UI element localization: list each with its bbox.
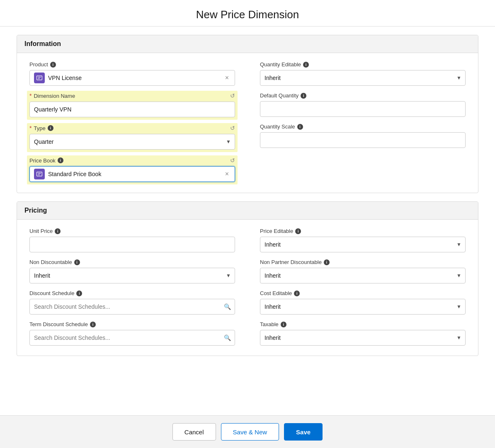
non-discountable-select[interactable]: Inherit Yes No xyxy=(29,268,235,283)
product-info-icon: i xyxy=(50,62,56,68)
cost-editable-select-wrapper: Inherit Yes No ▼ xyxy=(260,299,466,315)
quantity-scale-label: Quantity Scale xyxy=(260,124,295,130)
unit-price-label-row: Unit Price i xyxy=(29,228,235,234)
product-label: Product xyxy=(29,61,48,68)
price-book-field-group: Price Book i ↺ xyxy=(29,157,235,182)
cost-editable-info-icon: i xyxy=(294,291,300,296)
default-quantity-label-row: Default Quantity i xyxy=(260,92,466,99)
unit-price-label: Unit Price xyxy=(29,228,53,234)
quantity-editable-field-group: Quantity Editable i Inherit Yes No ▼ xyxy=(260,61,466,86)
svg-rect-0 xyxy=(37,76,42,80)
price-book-label: Price Book xyxy=(29,157,56,164)
non-partner-discountable-select-wrapper: Inherit Yes No ▼ xyxy=(260,268,466,283)
pricing-section-body: Unit Price i Non Discountable i Inherit xyxy=(17,220,478,356)
price-book-reset-icon[interactable]: ↺ xyxy=(230,157,235,164)
quantity-editable-label: Quantity Editable xyxy=(260,61,301,68)
pricing-right-col: Price Editable i Inherit Yes No ▼ xyxy=(260,228,466,346)
cancel-button[interactable]: Cancel xyxy=(172,423,216,441)
price-book-label-row: Price Book i ↺ xyxy=(29,157,235,164)
price-book-info-icon: i xyxy=(58,157,63,163)
non-discountable-info-icon: i xyxy=(74,259,80,265)
price-editable-field-group: Price Editable i Inherit Yes No ▼ xyxy=(260,228,466,252)
quantity-scale-info-icon: i xyxy=(297,124,303,130)
term-discount-schedule-label: Term Discount Schedule xyxy=(29,321,88,327)
non-discountable-label: Non Discountable xyxy=(29,259,72,265)
default-quantity-input[interactable] xyxy=(260,101,466,117)
price-editable-select[interactable]: Inherit Yes No xyxy=(260,237,466,252)
quantity-editable-label-row: Quantity Editable i xyxy=(260,61,466,68)
information-section-header: Information xyxy=(17,35,478,53)
quantity-scale-label-row: Quantity Scale i xyxy=(260,124,466,130)
non-partner-discountable-select[interactable]: Inherit Yes No xyxy=(260,268,466,283)
type-label: Type xyxy=(34,125,45,131)
product-lookup-icon xyxy=(34,73,45,83)
product-lookup-value: VPN License xyxy=(48,75,223,81)
type-label-row: * Type i ↺ xyxy=(29,125,235,131)
quantity-editable-select-wrapper: Inherit Yes No ▼ xyxy=(260,70,466,86)
default-quantity-field-group: Default Quantity i xyxy=(260,92,466,117)
non-partner-discountable-label-row: Non Partner Discountable i xyxy=(260,259,466,265)
non-partner-discountable-field-group: Non Partner Discountable i Inherit Yes N… xyxy=(260,259,466,283)
type-required-star: * xyxy=(29,125,32,131)
information-left-col: Product i VPN License × xyxy=(29,61,235,183)
discount-schedule-label-row: Discount Schedule i xyxy=(29,290,235,296)
pricing-section-header: Pricing xyxy=(17,202,478,220)
price-book-lookup-icon xyxy=(34,169,45,179)
price-book-lookup-value: Standard Price Book xyxy=(48,171,223,177)
discount-schedule-field-group: Discount Schedule i 🔍 xyxy=(29,290,235,315)
page-header: New Price Dimension xyxy=(0,0,495,27)
product-label-row: Product i xyxy=(29,61,235,68)
dimension-name-highlighted: * Dimension Name ↺ xyxy=(27,91,238,120)
page-content: Information Product i xyxy=(0,27,495,415)
type-field-group: * Type i ↺ Quarter Month Year Week xyxy=(29,125,235,150)
type-info-icon: i xyxy=(48,125,53,131)
taxable-label: Taxable xyxy=(260,321,279,327)
non-discountable-select-wrapper: Inherit Yes No ▼ xyxy=(29,268,235,283)
term-discount-schedule-search-input[interactable] xyxy=(29,330,235,346)
quantity-editable-info-icon: i xyxy=(303,62,309,68)
quantity-scale-input[interactable] xyxy=(260,132,466,148)
price-book-clear-icon[interactable]: × xyxy=(223,170,231,178)
dimension-name-reset-icon[interactable]: ↺ xyxy=(230,92,235,99)
price-book-lookup[interactable]: Standard Price Book × xyxy=(29,166,235,182)
dimension-name-required-star: * xyxy=(29,92,32,99)
taxable-field-group: Taxable i Inherit Yes No ▼ xyxy=(260,321,466,346)
unit-price-info-icon: i xyxy=(55,228,61,234)
price-book-highlighted: Price Book i ↺ xyxy=(27,155,238,184)
type-select[interactable]: Quarter Month Year Week xyxy=(29,134,235,150)
dimension-name-label: Dimension Name xyxy=(34,93,75,99)
product-lookup[interactable]: VPN License × xyxy=(29,70,235,86)
dimension-name-label-row: * Dimension Name ↺ xyxy=(29,92,235,99)
pricing-left-col: Unit Price i Non Discountable i Inherit xyxy=(29,228,235,346)
cost-editable-label: Cost Editable xyxy=(260,290,292,296)
taxable-select[interactable]: Inherit Yes No xyxy=(260,330,466,346)
save-new-button[interactable]: Save & New xyxy=(221,423,279,441)
information-section: Information Product i xyxy=(17,35,478,193)
term-discount-schedule-info-icon: i xyxy=(90,322,96,327)
type-select-wrapper: Quarter Month Year Week ▼ xyxy=(29,134,235,150)
term-discount-schedule-search-wrapper: 🔍 xyxy=(29,330,235,346)
price-editable-label-row: Price Editable i xyxy=(260,228,466,234)
taxable-select-wrapper: Inherit Yes No ▼ xyxy=(260,330,466,346)
default-quantity-label: Default Quantity xyxy=(260,92,298,99)
non-partner-discountable-info-icon: i xyxy=(324,259,330,265)
quantity-editable-select[interactable]: Inherit Yes No xyxy=(260,70,466,86)
type-reset-icon[interactable]: ↺ xyxy=(230,125,235,131)
discount-schedule-info-icon: i xyxy=(76,291,82,296)
discount-schedule-label: Discount Schedule xyxy=(29,290,74,296)
quantity-scale-field-group: Quantity Scale i xyxy=(260,124,466,148)
non-discountable-label-row: Non Discountable i xyxy=(29,259,235,265)
taxable-info-icon: i xyxy=(281,322,286,327)
dimension-name-input[interactable] xyxy=(29,102,235,117)
product-field-group: Product i VPN License × xyxy=(29,61,235,86)
svg-rect-3 xyxy=(37,172,42,176)
unit-price-field-group: Unit Price i xyxy=(29,228,235,252)
price-editable-select-wrapper: Inherit Yes No ▼ xyxy=(260,237,466,252)
cost-editable-select[interactable]: Inherit Yes No xyxy=(260,299,466,315)
unit-price-input[interactable] xyxy=(29,237,235,252)
dimension-name-field-group: * Dimension Name ↺ xyxy=(29,92,235,117)
type-highlighted: * Type i ↺ Quarter Month Year Week xyxy=(27,123,238,152)
product-clear-icon[interactable]: × xyxy=(223,74,231,82)
discount-schedule-search-input[interactable] xyxy=(29,299,235,315)
save-button[interactable]: Save xyxy=(284,423,323,441)
